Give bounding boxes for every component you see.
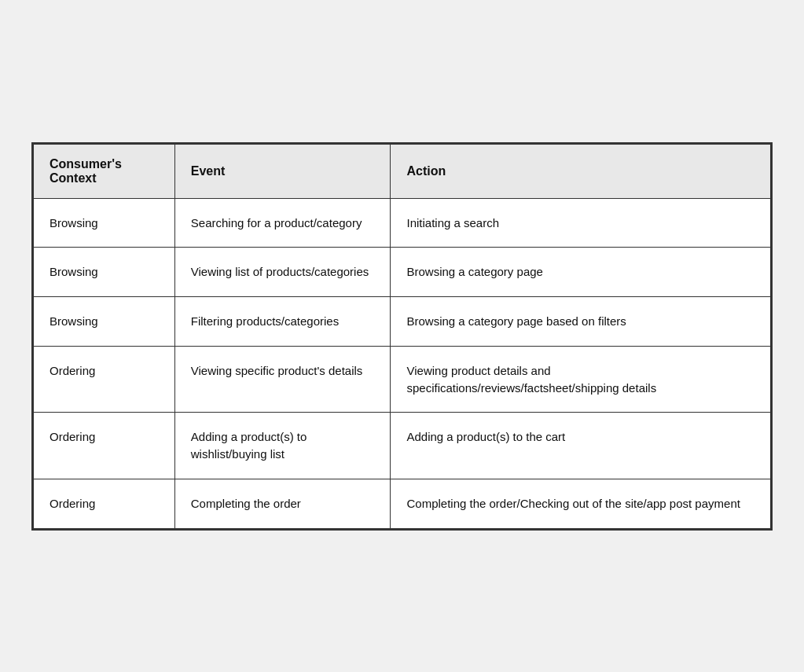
cell-event: Filtering products/categories bbox=[174, 297, 391, 347]
cell-event: Viewing list of products/categories bbox=[174, 248, 391, 297]
cell-context: Browsing bbox=[34, 198, 175, 248]
page-wrapper: Consumer's Context Event Action Browsing… bbox=[0, 0, 804, 672]
cell-action: Adding a product(s) to the cart bbox=[391, 413, 771, 479]
cell-action: Browsing a category page bbox=[391, 248, 771, 297]
cell-context: Browsing bbox=[34, 297, 175, 347]
cell-action: Completing the order/Checking out of the… bbox=[391, 479, 771, 528]
cell-context: Ordering bbox=[34, 346, 175, 413]
table-row: BrowsingFiltering products/categoriesBro… bbox=[34, 297, 771, 347]
table-row: BrowsingSearching for a product/category… bbox=[34, 198, 771, 248]
cell-action: Initiating a search bbox=[391, 198, 771, 248]
table-row: BrowsingViewing list of products/categor… bbox=[34, 248, 771, 297]
table-row: OrderingViewing specific product's detai… bbox=[34, 346, 771, 413]
cell-action: Browsing a category page based on filter… bbox=[391, 297, 771, 347]
table-body: BrowsingSearching for a product/category… bbox=[34, 198, 771, 528]
cell-context: Ordering bbox=[34, 413, 175, 479]
table-container: Consumer's Context Event Action Browsing… bbox=[31, 142, 773, 531]
cell-context: Ordering bbox=[34, 479, 175, 528]
table-row: OrderingAdding a product(s) to wishlist/… bbox=[34, 413, 771, 479]
cell-event: Completing the order bbox=[174, 479, 391, 528]
table-row: OrderingCompleting the orderCompleting t… bbox=[34, 479, 771, 528]
main-table: Consumer's Context Event Action Browsing… bbox=[33, 144, 771, 529]
cell-context: Browsing bbox=[34, 248, 175, 297]
table-header-row: Consumer's Context Event Action bbox=[34, 144, 771, 198]
header-event: Event bbox=[174, 144, 391, 198]
cell-event: Adding a product(s) to wishlist/buying l… bbox=[174, 413, 391, 479]
cell-action: Viewing product details and specificatio… bbox=[391, 346, 771, 413]
cell-event: Viewing specific product's details bbox=[174, 346, 391, 413]
cell-event: Searching for a product/category bbox=[174, 198, 391, 248]
header-context: Consumer's Context bbox=[34, 144, 175, 198]
header-action: Action bbox=[391, 144, 771, 198]
